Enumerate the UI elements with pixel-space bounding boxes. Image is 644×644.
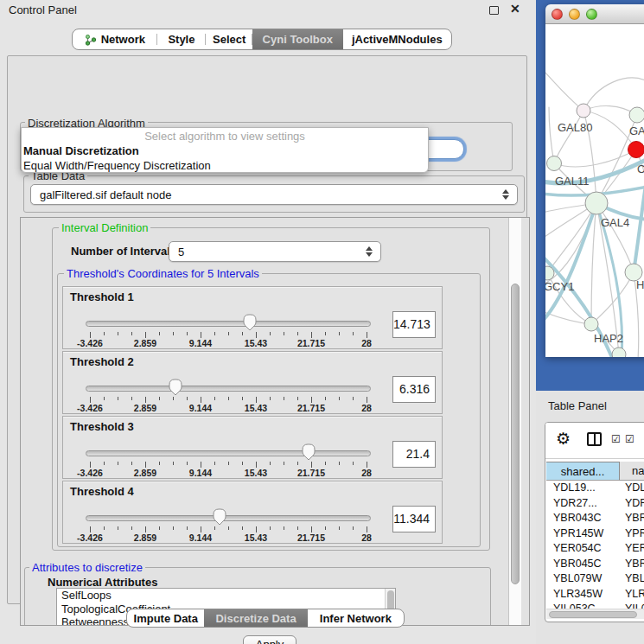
table-data-combobox[interactable]: galFiltered.sif default node (30, 184, 518, 205)
network-node[interactable] (547, 156, 562, 171)
tick-mark (367, 526, 367, 532)
network-node[interactable] (628, 142, 644, 158)
select-columns-icon[interactable]: ☑ ☑ (611, 433, 635, 445)
network-edge[interactable] (545, 203, 596, 322)
tick-mark (297, 462, 298, 465)
number-of-intervals-combobox[interactable]: 5 (169, 241, 381, 262)
slider-thumb[interactable] (168, 378, 183, 396)
float-panel-icon[interactable] (489, 6, 499, 15)
apply-button[interactable]: Apply (243, 635, 296, 644)
table-scrollbar-thumb[interactable] (549, 611, 637, 618)
cell-shared-name: YDL19... (546, 481, 620, 496)
network-node[interactable] (629, 107, 644, 123)
table-row[interactable]: YDR27...YDR27... (546, 496, 644, 512)
network-node[interactable] (585, 192, 608, 214)
network-edge[interactable] (549, 107, 554, 163)
tick-label: 2.859 (134, 532, 156, 543)
slider-thumb[interactable] (242, 313, 258, 331)
tick-mark (353, 397, 354, 400)
tab-network[interactable]: Network (73, 29, 157, 49)
column-header-shared-[interactable]: shared... (546, 462, 620, 481)
threshold-value-field[interactable]: 11.344 (392, 506, 436, 532)
tick-mark (201, 397, 201, 403)
tick-label: 15.43 (245, 403, 267, 413)
spinner-arrows-icon (502, 189, 509, 200)
dropdown-placeholder: Select algorithm to view settings (22, 128, 428, 143)
tick-mark (311, 462, 312, 468)
tick-mark (339, 397, 340, 400)
tick-mark (297, 397, 298, 400)
node-label-hap2: HAP2 (594, 332, 623, 345)
slider-thumb[interactable] (212, 507, 227, 526)
slider-thumb[interactable] (301, 443, 316, 461)
table-row[interactable]: YLR345WYLR345W (546, 587, 644, 603)
settings-scrollbar-thumb[interactable] (511, 284, 520, 584)
dropdown-option-equal-width-frequency-discretization[interactable]: Equal Width/Frequency Discretization (22, 158, 428, 173)
cell-shared-name: YBR043C (546, 511, 620, 526)
table-row[interactable]: YDL19...YDL19... (546, 481, 644, 496)
settings-vertical-scrollbar[interactable] (508, 218, 521, 626)
network-edge[interactable] (554, 150, 636, 167)
tick-mark (104, 526, 105, 530)
slider-track[interactable] (86, 515, 371, 521)
tick-mark (311, 397, 312, 403)
table-horizontal-scrollbar[interactable] (546, 609, 644, 619)
tick-label: 21.715 (297, 403, 325, 413)
table-row[interactable]: YPR145WYPR145W (546, 526, 644, 542)
tick-mark (242, 526, 243, 530)
table-row[interactable]: YBR043CYBR043C (546, 511, 644, 526)
slider-track[interactable] (86, 386, 371, 392)
mode-tab-infer-network[interactable]: Infer Network (308, 609, 404, 627)
mode-tab-impute-data[interactable]: Impute Data (127, 609, 204, 627)
tick-mark (90, 462, 91, 468)
cell-name: YBL079W (620, 571, 644, 587)
tick-mark (173, 526, 174, 530)
tick-mark (353, 526, 354, 530)
node-label-gal80: GAL80 (558, 121, 592, 134)
tab-label: Network (101, 33, 145, 46)
network-window-titlebar[interactable] (545, 4, 644, 24)
table-row[interactable]: YBR045CYBR045C (546, 557, 644, 572)
tick-mark (131, 462, 132, 465)
network-edge[interactable] (634, 185, 644, 272)
network-graph-canvas[interactable]: GAL80GACGAL11GAL4GCY1HHAP2 (545, 24, 644, 357)
threshold-value-field[interactable]: 14.713 (392, 311, 436, 338)
list-item-selfloops[interactable]: SelfLoops (57, 589, 395, 603)
zoom-traffic-light-icon[interactable] (586, 9, 597, 20)
dropdown-options: Manual DiscretizationEqual Width/Frequen… (22, 143, 428, 173)
tick-mark (173, 332, 174, 335)
slider-track[interactable] (86, 321, 371, 327)
network-edge[interactable] (545, 69, 583, 111)
threshold-value-field[interactable]: 6.316 (392, 376, 436, 403)
close-panel-icon[interactable]: ✕ (510, 2, 520, 16)
tick-mark (367, 462, 367, 468)
network-edge[interactable] (583, 78, 644, 111)
column-layout-icon[interactable] (587, 432, 602, 446)
column-header-name[interactable]: name (620, 462, 644, 481)
tick-label: 2.859 (134, 403, 156, 413)
threshold-value-field[interactable]: 21.4 (392, 441, 436, 468)
table-data-value: galFiltered.sif default node (31, 188, 502, 201)
tick-mark (131, 397, 132, 400)
minimize-traffic-light-icon[interactable] (569, 9, 580, 20)
network-edge[interactable] (554, 111, 583, 163)
tick-label: 28 (361, 403, 372, 413)
slider-track[interactable] (86, 450, 371, 456)
cell-shared-name: YBL079W (546, 571, 620, 587)
table-row[interactable]: YBL079WYBL079W (546, 571, 644, 587)
network-node[interactable] (577, 104, 590, 118)
tab-cyni-toolbox[interactable]: Cyni Toolbox (252, 29, 343, 49)
tab-jactivemnodules[interactable]: jActiveMNodules (343, 29, 451, 49)
tab-style[interactable]: Style (157, 29, 207, 49)
tick-mark (145, 526, 146, 532)
dropdown-option-manual-discretization[interactable]: Manual Discretization (22, 143, 428, 158)
mode-tab-discretize-data[interactable]: Discretize Data (204, 609, 307, 627)
tab-select[interactable]: Select (206, 29, 252, 49)
table-row[interactable]: YER054CYER054C (546, 541, 644, 557)
cell-name: YBR043C (620, 511, 644, 526)
network-node[interactable] (584, 317, 598, 331)
network-edge[interactable] (547, 203, 596, 273)
close-traffic-light-icon[interactable] (552, 9, 563, 20)
network-node[interactable] (612, 348, 626, 357)
gear-icon[interactable]: ⚙ (556, 430, 571, 449)
